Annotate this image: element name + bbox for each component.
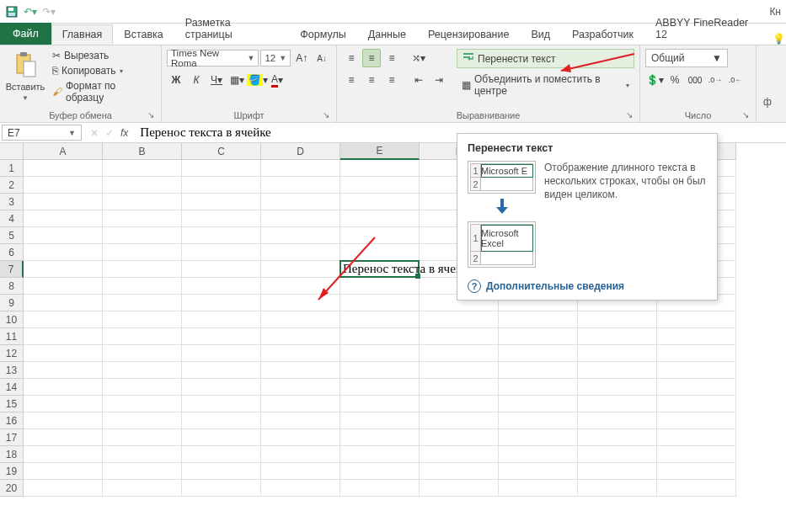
cell[interactable] [420,412,499,429]
border-button[interactable]: ▦▾ [227,71,246,89]
cell[interactable] [103,160,182,177]
cell[interactable] [182,278,261,295]
cell[interactable] [578,412,657,429]
select-all-corner[interactable] [0,143,24,160]
row-header-20[interactable]: 20 [0,480,24,497]
cell[interactable] [182,396,261,412]
cell[interactable] [578,480,657,497]
active-cell[interactable]: Перенос текста в ячейке [340,260,420,278]
bold-button[interactable]: Ж [167,71,185,89]
tab-home[interactable]: Главная [51,24,114,45]
cell[interactable] [182,160,261,177]
cell[interactable] [420,446,499,463]
cell[interactable] [103,244,182,261]
cell[interactable] [103,295,182,311]
cell[interactable] [24,311,103,328]
cell[interactable] [261,379,340,396]
cell[interactable] [261,227,340,244]
row-header-11[interactable]: 11 [0,328,24,345]
align-top-icon[interactable]: ≡ [342,49,361,67]
cell[interactable] [182,379,261,396]
cell[interactable] [103,396,182,412]
cell[interactable] [420,362,499,379]
cell[interactable] [499,345,578,362]
column-header-C[interactable]: C [182,143,261,160]
column-header-B[interactable]: B [103,143,182,160]
cell[interactable] [261,396,340,412]
cell[interactable] [578,446,657,463]
row-header-15[interactable]: 15 [0,396,24,412]
underline-button[interactable]: Ч▾ [207,71,226,89]
row-header-6[interactable]: 6 [0,244,24,261]
cell[interactable] [340,345,420,362]
tab-developer[interactable]: Разработчик [561,24,644,45]
cell[interactable] [420,463,499,480]
cell[interactable] [340,194,420,210]
cell[interactable] [103,345,182,362]
cell[interactable] [182,311,261,328]
cell[interactable] [340,295,420,311]
cell[interactable] [24,463,103,480]
cell[interactable] [24,227,103,244]
align-bottom-icon[interactable]: ≡ [382,49,401,67]
paste-button[interactable]: Вставить ▼ [5,49,45,104]
cell[interactable] [24,345,103,362]
cell[interactable] [103,210,182,227]
cut-button[interactable]: ✂Вырезать [49,49,156,62]
cell[interactable] [261,261,340,278]
decrease-decimal-icon[interactable]: .0← [726,71,745,89]
cell[interactable] [261,295,340,311]
cell[interactable] [340,177,420,194]
font-size-combo[interactable]: 12▼ [260,50,291,66]
column-header-D[interactable]: D [261,143,340,160]
tell-me-icon[interactable]: 💡 [771,33,786,45]
cell[interactable] [340,379,420,396]
redo-icon[interactable]: ↷▾ [42,5,56,19]
cell[interactable] [340,210,420,227]
row-header-16[interactable]: 16 [0,412,24,429]
row-header-4[interactable]: 4 [0,210,24,227]
orientation-icon[interactable]: ⤭▾ [409,49,428,67]
fill-handle[interactable] [415,274,420,279]
cell[interactable] [24,244,103,261]
cell[interactable] [182,345,261,362]
row-header-1[interactable]: 1 [0,160,24,177]
cell[interactable] [578,362,657,379]
cell[interactable] [24,278,103,295]
cell[interactable] [340,480,420,497]
cell[interactable] [24,396,103,412]
cell[interactable] [182,210,261,227]
cell[interactable] [340,362,420,379]
enter-formula-icon[interactable]: ✓ [105,127,114,139]
cell[interactable] [499,328,578,345]
cell[interactable] [103,278,182,295]
merge-center-button[interactable]: ▦ Объединить и поместить в центре ▾ [457,72,634,98]
row-header-7[interactable]: 7 [0,261,24,278]
align-middle-icon[interactable]: ≡ [362,49,381,67]
cell[interactable] [103,362,182,379]
cell[interactable] [261,463,340,480]
undo-icon[interactable]: ↶▾ [24,5,37,19]
cell[interactable] [103,480,182,497]
cell[interactable] [578,396,657,412]
row-header-3[interactable]: 3 [0,194,24,210]
cell[interactable] [578,429,657,446]
cell[interactable] [578,328,657,345]
row-header-14[interactable]: 14 [0,379,24,396]
cell[interactable] [340,396,420,412]
cell[interactable] [103,446,182,463]
cell[interactable] [499,429,578,446]
cell[interactable] [24,177,103,194]
cell[interactable] [182,446,261,463]
cell[interactable] [24,210,103,227]
tab-data[interactable]: Данные [357,24,417,45]
tab-insert[interactable]: Вставка [113,24,174,45]
cell[interactable] [103,379,182,396]
cell[interactable] [420,480,499,497]
fx-icon[interactable]: fx [120,127,128,139]
cell[interactable] [340,311,420,328]
cell[interactable] [261,244,340,261]
cell[interactable] [340,227,420,244]
accounting-format-icon[interactable]: 💲▾ [645,71,664,89]
cell[interactable] [24,412,103,429]
